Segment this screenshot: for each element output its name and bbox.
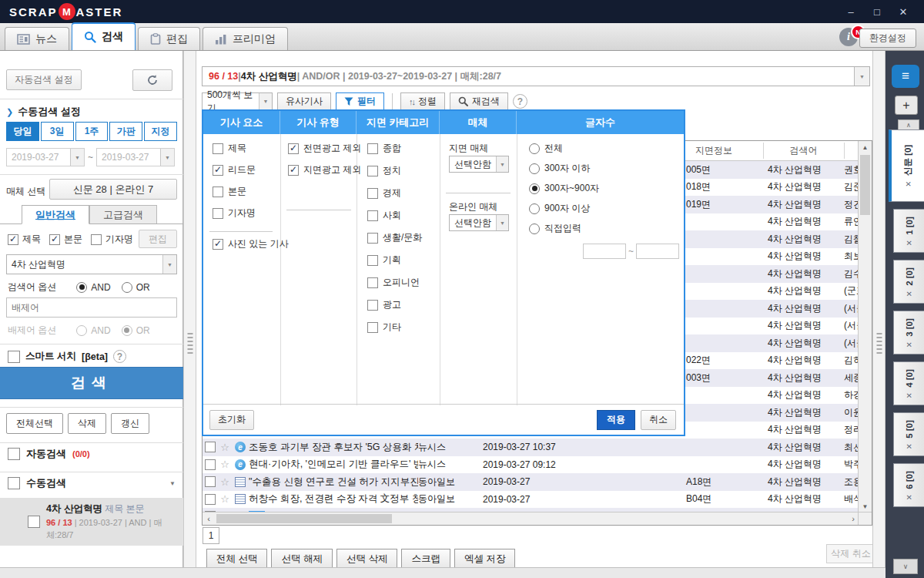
settings-button[interactable]: 환경설정 [859, 29, 916, 48]
scrap-list-icon[interactable]: ≡ [892, 65, 919, 88]
manual-search-checkbox[interactable] [8, 477, 20, 489]
edit-button[interactable]: 편집 [139, 230, 177, 248]
filter-category-check-9[interactable]: 기타 [367, 321, 401, 334]
filter-element-check-2[interactable]: 리드문 [213, 163, 256, 176]
scrap-tab-6[interactable]: ×5 [0] [893, 412, 924, 456]
date-to-select[interactable]: 2019-03-27▼ [96, 148, 175, 166]
article-title[interactable]: 허창수 회장, 전경련 수장 자격 文정부 청와대 공식행사 첫 [249, 492, 418, 506]
and-radio[interactable]: AND [76, 282, 110, 293]
scrap-tab-1[interactable]: ×신문 [0] [889, 129, 924, 202]
tab-search[interactable]: 검색 [72, 22, 136, 50]
exclude-or-radio[interactable]: OR [122, 325, 150, 336]
auto-search-group[interactable]: 자동검색 (0/0) [8, 447, 90, 461]
cancel-button[interactable]: 취소 [641, 410, 676, 430]
date-from-select[interactable]: 2019-03-27▼ [6, 148, 85, 166]
refresh-button[interactable] [132, 69, 172, 91]
row-checkbox[interactable] [205, 442, 216, 452]
star-icon[interactable]: ☆ [218, 476, 232, 488]
auto-search-checkbox[interactable] [8, 448, 20, 460]
char-count-radio-2[interactable]: 300자 이하 [529, 162, 590, 175]
period-button-1[interactable]: 당일 [6, 122, 39, 141]
help-icon[interactable]: ? [513, 94, 527, 109]
filter-category-check-4[interactable]: 사회 [367, 209, 401, 222]
filter-category-check-3[interactable]: 경제 [367, 187, 401, 200]
char-count-radio-4[interactable]: 900자 이상 [529, 202, 590, 215]
filter-category-check-8[interactable]: 광고 [367, 298, 401, 311]
table-row[interactable]: ☆허창수 회장, 전경련 수장 자격 文정부 청와대 공식행사 첫동아일보201… [203, 491, 859, 509]
apply-button[interactable]: 적용 [597, 410, 635, 430]
research-button[interactable]: 재검색 [450, 92, 508, 111]
bottom-button-3[interactable]: 선택 삭제 [336, 549, 397, 569]
star-icon[interactable]: ☆ [218, 442, 232, 453]
table-row[interactable]: ☆"수출용 신형 연구로 건설 허가 지지부진 정부도 이젠 '미라동아일보20… [203, 473, 859, 491]
filter-category-check-2[interactable]: 정치 [367, 164, 401, 177]
scrap-tab-7[interactable]: ×6 [0] [893, 463, 924, 507]
filter-button[interactable]: 필터 [336, 92, 384, 111]
star-icon[interactable]: ☆ [218, 493, 232, 505]
tab-news[interactable]: 뉴스 [5, 27, 69, 50]
table-row[interactable]: ☆e조동호 과기부 장관 후보자 '5G 상용화 차질 없이 추진'뉴시스201… [203, 439, 859, 456]
close-icon[interactable]: × [904, 494, 915, 499]
filter-category-check-5[interactable]: 생활/문화 [367, 231, 422, 244]
smart-search-checkbox[interactable] [8, 351, 20, 363]
tab-premium[interactable]: 프리미엄 [203, 27, 288, 50]
column-header-keyword[interactable]: 검색어 [763, 141, 844, 160]
horizontal-scroll-thumb[interactable] [216, 514, 392, 523]
online-media-select[interactable]: 선택안함▼ [449, 214, 509, 231]
period-button-3[interactable]: 1주 [75, 122, 109, 141]
article-title[interactable]: 현대·기아차, '인메모리 기반 클라우드' 방식 DB 도입 [249, 458, 418, 471]
star-icon[interactable]: ☆ [218, 459, 232, 470]
exclude-and-radio[interactable]: AND [76, 325, 110, 336]
filter-category-check-1[interactable]: 종합 [367, 142, 401, 155]
list-button-1[interactable]: 전체선택 [6, 413, 63, 434]
filter-photo-check[interactable]: 사진 있는 기사 [213, 237, 289, 250]
query-summary-select[interactable]: 96 / 13 | 4차 산업혁명 | AND/OR | 2019-03-27~… [202, 66, 870, 86]
scroll-down-icon[interactable]: ▼ [859, 500, 872, 512]
collapse-caret-icon[interactable]: ▼ [169, 480, 176, 487]
collapse-tabs-button[interactable]: ∧ [898, 119, 919, 130]
page-size-select[interactable]: 500개씩 보기▼ [202, 92, 273, 111]
horizontal-scrollbar[interactable]: ‹ › [203, 512, 859, 525]
sort-button[interactable]: ↑↓ 정렬 [400, 92, 445, 111]
char-count-radio-5[interactable]: 직접입력 [529, 222, 581, 235]
row-checkbox[interactable] [205, 459, 216, 470]
add-tab-button[interactable]: + [895, 96, 918, 115]
undo-delete-button[interactable]: 삭제 취소 [826, 544, 875, 563]
period-button-4[interactable]: 가판 [109, 122, 142, 141]
keyword-select[interactable]: 4차 산업혁명▼ [6, 254, 177, 274]
row-checkbox[interactable] [205, 494, 216, 505]
table-row[interactable]: ☆e현대·기아차, '인메모리 기반 클라우드' 방식 DB 도입뉴시스2019… [203, 456, 859, 474]
field-checkbox-1[interactable]: 제목 [8, 233, 41, 246]
auto-search-settings-button[interactable]: 자동검색 설정 [6, 69, 82, 90]
field-checkbox-2[interactable]: 본문 [49, 233, 82, 246]
tab-basic-search[interactable]: 일반검색 [22, 205, 89, 224]
tabs-scroll-down-button[interactable]: ∨ [893, 559, 918, 574]
tab-advanced-search[interactable]: 고급검색 [89, 205, 157, 224]
or-radio[interactable]: OR [122, 282, 150, 293]
list-button-3[interactable]: 갱신 [111, 413, 149, 434]
vertical-scrollbar[interactable]: ▲ ▼ [858, 141, 872, 512]
scrap-tab-3[interactable]: ×2 [0] [893, 260, 924, 304]
media-select-button[interactable]: 신문 28 | 온라인 7 [49, 179, 177, 200]
article-title[interactable]: "수출용 신형 연구로 건설 허가 지지부진 정부도 이젠 '미라 [249, 476, 418, 489]
scrap-tab-4[interactable]: ×3 [0] [893, 311, 924, 355]
close-button[interactable]: ✕ [892, 3, 915, 20]
maximize-button[interactable]: □ [865, 3, 889, 20]
bottom-button-2[interactable]: 선택 해제 [271, 549, 332, 569]
char-count-radio-3[interactable]: 300자~900자 [529, 182, 599, 195]
exclude-word-input[interactable] [6, 297, 177, 318]
close-icon[interactable]: × [902, 181, 913, 187]
bottom-button-1[interactable]: 전체 선택 [206, 549, 267, 569]
filter-type-check-2[interactable]: 지면광고 제외 [288, 163, 361, 176]
bottom-button-5[interactable]: 엑셀 저장 [454, 549, 515, 569]
close-icon[interactable]: × [904, 291, 915, 296]
period-button-2[interactable]: 3일 [41, 122, 74, 141]
filter-type-check-1[interactable]: 전면광고 제외 [288, 142, 361, 155]
filter-category-check-7[interactable]: 오피니언 [367, 276, 420, 289]
help-icon[interactable]: ? [113, 350, 126, 363]
filter-category-check-6[interactable]: 기획 [367, 254, 401, 267]
scrap-tab-5[interactable]: ×4 [0] [893, 361, 924, 405]
close-icon[interactable]: × [904, 341, 915, 347]
close-icon[interactable]: × [904, 443, 915, 449]
list-button-2[interactable]: 삭제 [68, 413, 106, 434]
